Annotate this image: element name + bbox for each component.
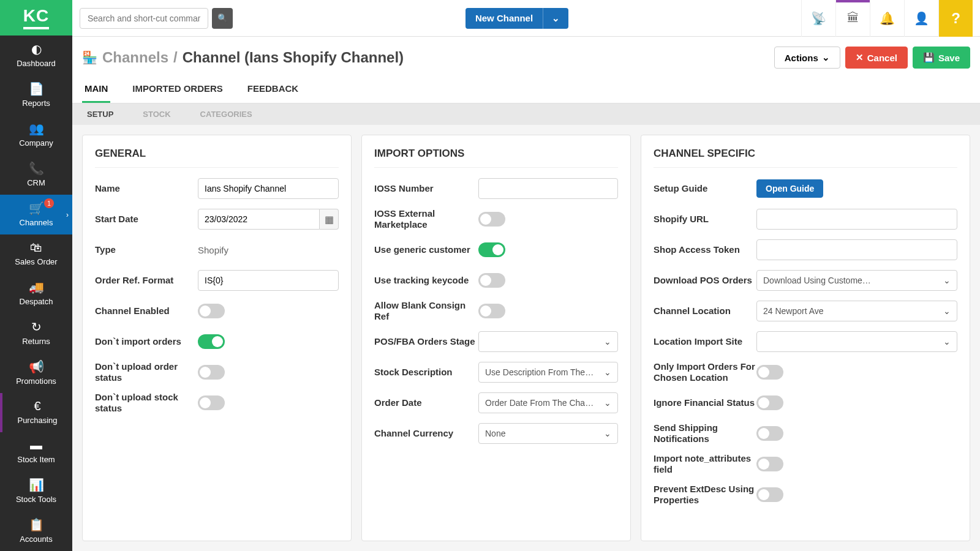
toggle-channel-enabled[interactable] — [198, 304, 225, 318]
toggle-blank-consign[interactable] — [478, 304, 505, 318]
actions-label: Actions — [785, 53, 818, 63]
subtab-categories[interactable]: CATEGORIES — [195, 103, 257, 125]
sidebar-item-reports[interactable]: 📄Reports — [0, 75, 72, 115]
panel-import-options: IMPORT OPTIONS IOSS Number IOSS External… — [361, 135, 631, 541]
sidebar-label: Dashboard — [17, 59, 56, 68]
label-order-date: Order Date — [374, 397, 478, 408]
subtab-stock[interactable]: STOCK — [138, 103, 175, 125]
topbar: 🔍 New Channel ⌄ 📡 🏛 🔔 👤 ? — [72, 0, 980, 37]
toggle-note-attr[interactable] — [756, 457, 783, 471]
search-button[interactable]: 🔍 — [212, 8, 233, 29]
chevron-down-icon: ⌄ — [604, 337, 611, 347]
save-label: Save — [938, 53, 960, 63]
label-only-chosen: Only Import Orders For Chosen Location — [654, 361, 756, 383]
toggle-tracking-keycode[interactable] — [478, 273, 505, 288]
sidebar: KC ◐Dashboard 📄Reports 👥Company 📞CRM 🛒Ch… — [0, 0, 72, 551]
bell-icon[interactable]: 🔔 — [870, 0, 904, 37]
sidebar-item-promotions[interactable]: 📢Promotions — [0, 353, 72, 393]
label-location-import: Location Import Site — [654, 336, 756, 347]
building-icon[interactable]: 🏛 — [835, 0, 870, 37]
breadcrumb-separator: / — [173, 49, 178, 66]
sidebar-item-despatch[interactable]: 🚚Despatch — [0, 274, 72, 313]
ioss-input[interactable] — [478, 178, 618, 199]
sidebar-item-channels[interactable]: 🛒Channels1› — [0, 195, 72, 234]
sidebar-item-crm[interactable]: 📞CRM — [0, 155, 72, 195]
order-ref-input[interactable] — [198, 270, 339, 291]
search-wrap: 🔍 — [80, 8, 233, 29]
start-date-input[interactable] — [198, 209, 320, 230]
open-guide-button[interactable]: Open Guide — [756, 179, 823, 198]
page-header: 🏪 Channels / Channel (Ians Shopify Chann… — [72, 37, 980, 76]
order-date-select[interactable]: Order Date From The Chan…⌄ — [478, 392, 618, 413]
users-icon: 👥 — [29, 121, 44, 136]
toggle-dont-upload-stock[interactable] — [198, 395, 225, 410]
sidebar-label: Reports — [22, 99, 50, 108]
megaphone-icon: 📢 — [29, 359, 44, 374]
breadcrumb-channels[interactable]: Channels — [102, 49, 168, 66]
toggle-prevent-ext[interactable] — [756, 487, 783, 502]
panel-title: CHANNEL SPECIFIC — [654, 148, 957, 160]
sidebar-item-company[interactable]: 👥Company — [0, 115, 72, 155]
sidebar-item-stock-tools[interactable]: 📊Stock Tools — [0, 471, 72, 511]
save-button[interactable]: 💾Save — [913, 47, 970, 69]
topbar-center: New Channel ⌄ — [233, 8, 801, 29]
download-pos-select[interactable]: Download Using Customer D…⌄ — [756, 270, 957, 291]
label-channel-location: Channel Location — [654, 305, 756, 317]
label-access-token: Shop Access Token — [654, 244, 756, 255]
help-button[interactable]: ? — [938, 0, 973, 37]
search-input[interactable] — [80, 8, 208, 29]
channel-location-select[interactable]: 24 Newport Ave⌄ — [756, 301, 957, 321]
cart-icon: 🛒 — [29, 201, 44, 216]
tab-imported-orders[interactable]: IMPORTED ORDERS — [130, 76, 225, 103]
tab-main[interactable]: MAIN — [82, 76, 110, 103]
toggle-ioss-ext[interactable] — [478, 212, 505, 227]
toggle-generic-customer[interactable] — [478, 242, 505, 257]
gauge-icon: ◐ — [31, 42, 42, 56]
sidebar-item-returns[interactable]: ↻Returns — [0, 313, 72, 353]
access-token-input[interactable] — [756, 239, 957, 260]
sidebar-label: Channels — [20, 218, 53, 227]
sidebar-item-stock-item[interactable]: ▬Stock Item — [0, 432, 72, 471]
toggle-ignore-fin[interactable] — [756, 395, 783, 410]
cancel-label: Cancel — [867, 53, 897, 63]
label-blank-consign: Allow Blank Consign Ref — [374, 300, 478, 322]
actions-button[interactable]: Actions⌄ — [774, 47, 840, 69]
sidebar-label: Stock Item — [17, 455, 55, 464]
chevron-down-icon: ⌄ — [943, 337, 951, 347]
toggle-dont-upload-order[interactable] — [198, 365, 225, 380]
tab-feedback[interactable]: FEEDBACK — [245, 76, 301, 103]
select-value: 24 Newport Ave — [763, 306, 824, 316]
new-channel-button[interactable]: New Channel ⌄ — [466, 8, 568, 29]
chart-icon: 📊 — [29, 478, 44, 492]
toggle-dont-import[interactable] — [198, 334, 225, 349]
stock-desc-select[interactable]: Use Description From The C…⌄ — [478, 362, 618, 383]
currency-select[interactable]: None⌄ — [478, 423, 618, 444]
shopify-url-input[interactable] — [756, 209, 957, 230]
chevron-down-icon: ⌄ — [604, 367, 611, 377]
pos-stage-select[interactable]: ⌄ — [478, 331, 618, 352]
location-import-select[interactable]: ⌄ — [756, 331, 957, 352]
refresh-icon: ↻ — [31, 320, 42, 334]
name-input[interactable] — [198, 178, 339, 199]
sidebar-label: Company — [19, 138, 53, 148]
toggle-ship-notif[interactable] — [756, 426, 783, 441]
avatar[interactable]: 👤 — [904, 0, 938, 37]
select-value: Order Date From The Chan… — [485, 398, 595, 408]
label-dont-import: Don`t import orders — [95, 336, 198, 347]
chevron-down-icon[interactable]: ⌄ — [543, 8, 568, 29]
subtab-setup[interactable]: SETUP — [82, 103, 118, 125]
sidebar-item-purchasing[interactable]: €Purchasing — [0, 393, 72, 432]
label-tracking: Use tracking keycode — [374, 275, 478, 286]
logo[interactable]: KC — [0, 0, 72, 36]
label-currency: Channel Currency — [374, 428, 478, 439]
euro-icon: € — [34, 399, 40, 413]
calendar-button[interactable]: ▦ — [320, 209, 339, 230]
sidebar-item-dashboard[interactable]: ◐Dashboard — [0, 36, 72, 75]
label-setup-guide: Setup Guide — [654, 183, 756, 194]
sidebar-item-sales-order[interactable]: 🛍Sales Order — [0, 234, 72, 274]
label-order-ref: Order Ref. Format — [95, 275, 198, 286]
sidebar-item-accounts[interactable]: 📋Accounts — [0, 511, 72, 551]
scanner-icon[interactable]: 📡 — [801, 0, 835, 37]
toggle-only-chosen[interactable] — [756, 365, 783, 380]
cancel-button[interactable]: ✕Cancel — [845, 47, 908, 69]
